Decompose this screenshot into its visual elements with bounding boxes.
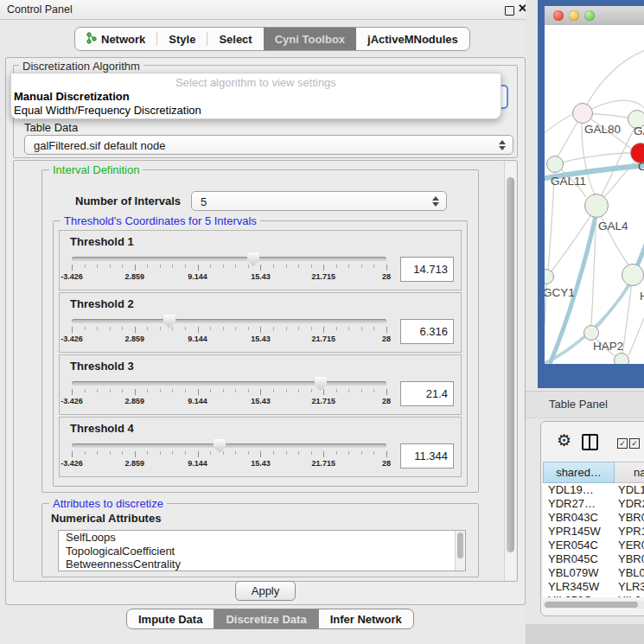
table-cell[interactable]: YDR2 xyxy=(615,497,644,511)
float-icon[interactable] xyxy=(505,6,514,16)
table-cell[interactable]: YBR043C xyxy=(543,511,615,525)
spinner-icon xyxy=(499,140,506,150)
tab-jactivemnodules[interactable]: jActiveMNodules xyxy=(356,28,469,50)
slider-track[interactable] xyxy=(72,257,386,261)
threshold-slider[interactable]: -3.4262.8599.14415.4321.71528 xyxy=(72,314,386,348)
tick-label: 21.715 xyxy=(311,335,335,343)
tick-mark xyxy=(311,451,312,455)
table-row[interactable]: YPR145WYPR1 xyxy=(543,525,644,539)
threshold-value-field[interactable]: 6.316 xyxy=(400,319,454,344)
gear-icon[interactable]: ⚙ xyxy=(557,430,571,450)
threshold-slider[interactable]: -3.4262.8599.14415.4321.71528 xyxy=(72,438,386,473)
tick-mark xyxy=(147,451,148,455)
tick-mark xyxy=(135,265,136,271)
checkbox-icon[interactable]: ✓ xyxy=(629,438,640,449)
network-node[interactable] xyxy=(614,353,629,364)
table-cell[interactable]: YDL1 xyxy=(615,483,644,497)
tab-network[interactable]: Network xyxy=(75,28,156,50)
slider-track[interactable] xyxy=(72,319,386,323)
table-cell[interactable]: YBR045C xyxy=(543,552,615,566)
checkbox-icon[interactable]: ✓ xyxy=(617,438,628,449)
attribute-list-item[interactable]: SelfLoops xyxy=(59,531,465,545)
table-cell[interactable]: YBR0 xyxy=(615,511,644,525)
table-cell[interactable]: YBL0 xyxy=(615,566,644,580)
network-node-hap2[interactable] xyxy=(583,325,599,341)
list-scrollbar[interactable] xyxy=(455,531,465,571)
tick-mark xyxy=(336,389,337,392)
minimize-traffic-light-icon[interactable] xyxy=(569,10,579,21)
table-cell[interactable]: YPR1 xyxy=(615,525,644,539)
network-node-label: GA xyxy=(634,124,644,137)
column-header-shared-name[interactable]: shared… xyxy=(543,462,615,483)
tick-mark xyxy=(185,327,186,330)
tick-mark xyxy=(348,451,349,455)
threshold-block: Threshold 4 -3.4262.8599.14415.4321.7152… xyxy=(59,417,462,477)
table-cell[interactable]: YIL052C xyxy=(543,594,615,597)
group-legend: Discretization Algorithm xyxy=(19,60,143,73)
network-canvas[interactable]: GAL80GACGAL11GAL4GCY1HHAP2 xyxy=(545,25,644,364)
bottom-strip xyxy=(526,624,644,644)
panel-scrollbar[interactable] xyxy=(504,162,516,580)
tick-mark xyxy=(348,265,349,268)
tab-infer-network[interactable]: Infer Network xyxy=(319,609,413,628)
threshold-value-field[interactable]: 21.4 xyxy=(400,381,454,406)
group-legend: Attributes to discretize xyxy=(49,497,167,510)
tab-style[interactable]: Style xyxy=(157,28,207,50)
close-traffic-light-icon[interactable] xyxy=(553,10,564,21)
table-cell[interactable]: YBR0 xyxy=(615,552,644,566)
table-cell[interactable]: YDR27… xyxy=(543,497,615,511)
network-node-h[interactable] xyxy=(622,264,644,286)
table-cell[interactable]: YLR3 xyxy=(615,580,644,594)
attribute-list-item[interactable]: BetweennessCentrality xyxy=(59,558,465,571)
table-row[interactable]: YBR043CYBR0 xyxy=(543,511,644,525)
network-node-gal4[interactable] xyxy=(584,194,609,218)
table-row[interactable]: YBL079WYBL0 xyxy=(543,566,644,580)
settings-scroll-panel: Interval Definition Number of Intervals … xyxy=(13,160,518,582)
table-row[interactable]: YDL19…YDL1 xyxy=(543,483,644,497)
numerical-attributes-list[interactable]: SelfLoopsTopologicalCoefficientBetweenne… xyxy=(58,530,466,571)
table-cell[interactable]: YLR345W xyxy=(543,580,615,594)
tick-mark xyxy=(248,389,249,392)
slider-ticks xyxy=(72,451,386,457)
threshold-slider[interactable]: -3.4262.8599.14415.4321.71528 xyxy=(72,252,386,286)
table-cell[interactable]: YER0 xyxy=(615,539,644,552)
threshold-value-field[interactable]: 14.713 xyxy=(400,257,454,282)
network-node-label: HAP2 xyxy=(593,340,623,353)
network-node-label: C xyxy=(638,160,644,173)
column-header-name[interactable]: na xyxy=(615,462,644,483)
table-row[interactable]: YER054CYER0 xyxy=(543,539,644,552)
tab-cyni-toolbox[interactable]: Cyni Toolbox xyxy=(264,28,356,50)
table-cell[interactable]: YBL079W xyxy=(543,566,615,580)
scrollbar-thumb[interactable] xyxy=(545,602,638,608)
zoom-traffic-light-icon[interactable] xyxy=(584,10,595,21)
tab-discretize-data[interactable]: Discretize Data xyxy=(214,609,317,628)
threshold-slider[interactable]: -3.4262.8599.14415.4321.71528 xyxy=(72,376,386,411)
table-cell[interactable]: YIL0 xyxy=(615,594,644,597)
network-node-gal80[interactable] xyxy=(572,103,593,124)
slider-track[interactable] xyxy=(72,381,386,386)
table-row[interactable]: YBR045CYBR0 xyxy=(543,552,644,566)
table-cell[interactable]: YDL19… xyxy=(543,483,615,497)
table-data-combobox[interactable]: galFiltered.sif default node xyxy=(24,135,513,155)
dropdown-option-equal-width-frequency[interactable]: Equal Width/Frequency Discretization xyxy=(14,104,201,117)
threshold-value-field[interactable]: 11.344 xyxy=(400,443,454,469)
split-columns-icon[interactable] xyxy=(582,434,598,450)
slider-tick-labels: -3.4262.8599.14415.4321.71528 xyxy=(72,272,386,282)
tick-mark xyxy=(198,265,199,271)
table-cell[interactable]: YPR145W xyxy=(543,525,615,539)
slider-track[interactable] xyxy=(72,443,386,448)
number-of-intervals-combobox[interactable]: 5 xyxy=(191,191,447,211)
dropdown-option-manual-discretization[interactable]: Manual Discretization xyxy=(14,90,130,103)
scrollbar-thumb[interactable] xyxy=(507,177,514,552)
network-node-gal11[interactable] xyxy=(546,156,564,173)
tick-mark xyxy=(160,265,161,268)
table-row[interactable]: YLR345WYLR3 xyxy=(543,580,644,594)
apply-button[interactable]: Apply xyxy=(235,581,296,601)
table-row[interactable]: YIL052CYIL0 xyxy=(543,594,644,597)
attribute-list-item[interactable]: TopologicalCoefficient xyxy=(59,545,465,558)
table-row[interactable]: YDR27…YDR2 xyxy=(543,497,644,511)
tab-select[interactable]: Select xyxy=(207,28,263,50)
table-cell[interactable]: YER054C xyxy=(543,539,615,552)
tab-impute-data[interactable]: Impute Data xyxy=(127,609,214,628)
table-horizontal-scrollbar[interactable] xyxy=(543,601,644,609)
